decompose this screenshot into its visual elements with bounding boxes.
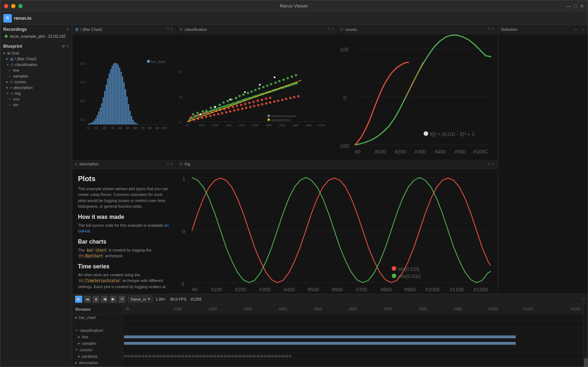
parabola-dot [185,355,187,357]
timeline-header: #0 #100 #200 #300 #400 #500 #600 #700 #8… [122,304,583,314]
back-button[interactable]: ◀ [101,296,108,303]
svg-text:#0: #0 [192,286,198,292]
dropdown-icon[interactable]: ▾ [148,297,150,301]
curves-help[interactable]: ? [488,27,490,32]
stream-classification[interactable]: ▼classification/ [72,327,122,334]
svg-point-80 [226,104,228,107]
streams-scrollbar[interactable] [583,304,588,367]
maximize-button[interactable] [18,4,23,8]
svg-rect-50 [133,119,134,124]
svg-point-115 [202,110,204,113]
logo-text: rerun.io [14,15,31,21]
description-expand[interactable]: ⤢ [170,162,173,166]
blueprint-refresh-icon[interactable]: ↺ [61,44,65,49]
app-body: Recordings + rerun_example_plot - 21:02:… [0,25,588,367]
recordings-actions[interactable]: + [66,27,69,32]
add-recording-icon[interactable]: + [66,27,69,32]
svg-point-164 [289,97,292,99]
parabola-dot [203,355,205,357]
close-button[interactable] [4,4,8,8]
bar-chart-expand[interactable]: ⤢ [170,27,173,32]
tree-item-grid[interactable]: ▶ ⊞ Grid [3,50,69,56]
svg-point-128 [254,89,257,91]
tl-label-300: #300 [230,307,265,311]
play-button[interactable]: ▶ [75,296,82,303]
stream-description[interactable]: ▶description [72,359,122,366]
curves-expand[interactable]: ⤢ [491,27,495,32]
recording-item[interactable]: rerun_example_plot - 21:02:18Z [3,33,69,39]
timeline-bar: ▶ ⏮ ⏸ ◀ ▶ ↺ frame_nr ▾ 1.00× 30.0 FPS #1… [72,294,588,304]
forward-button[interactable]: ▶ [110,296,117,303]
selection-back[interactable]: ← [574,27,578,32]
trig-help[interactable]: ? [488,162,490,166]
stream-parabola[interactable]: ▶parabola [72,353,122,359]
blueprint-actions[interactable]: ↺ + [61,44,69,49]
tree-item-trig[interactable]: ▼ ⊡ trig [3,90,69,96]
window-minimize-icon[interactable]: — [566,3,571,9]
parabola-dot [206,355,209,357]
svg-text:10: 10 [94,126,98,130]
desc-h2-1: How it was made [78,214,171,220]
classification-help[interactable]: ? [327,27,329,32]
svg-text:-100: -100 [339,143,349,149]
curves-panel: ⊡ curves ? ⤢ 100 0 -100 [337,25,497,159]
svg-rect-47 [128,104,129,124]
selection-fwd[interactable]: → [580,27,585,32]
description-content[interactable]: Plots This example shows various plot ty… [72,169,176,294]
desc-p2: The full source code for this example is… [78,222,171,234]
tree-item-samples[interactable]: • samples [3,73,69,79]
trig-panel: ⊡ trig ? ⤢ 1 0 -1 [177,160,497,294]
tree-arrow-bar-chart: ▶ [6,57,9,61]
github-link[interactable]: on GitHub [78,223,169,234]
trig-panel-icon: ⊡ [180,162,182,166]
svg-point-189 [214,106,216,108]
timeline-help[interactable]: ? [583,297,585,301]
svg-point-116 [205,110,208,112]
tree-item-classification[interactable]: ▼ ⊡ classification [3,62,69,67]
stream-trig[interactable]: ▼trig/ [72,366,122,367]
description-help[interactable]: ? [167,162,169,166]
loop-button[interactable]: ↺ [118,296,125,303]
tree-item-description[interactable]: ▶ ≡ description [3,85,69,90]
svg-text:#900: #900 [306,124,312,127]
pause-button[interactable]: ⏸ [92,296,99,303]
window-restore-icon[interactable]: □ [574,3,577,9]
classification-expand[interactable]: ⤢ [331,27,334,32]
track-samples [122,340,583,347]
svg-rect-51 [134,122,135,124]
svg-text:20: 20 [103,126,106,130]
tree-label-curves: curves [14,80,26,84]
bar-chart-header: ▥ / (Bar Chart) ? ⤢ [72,25,176,34]
svg-rect-28 [100,108,101,124]
svg-point-133 [274,81,277,84]
svg-text:#500: #500 [307,286,319,292]
tree-item-curves[interactable]: ▶ ⊡ curves [3,79,69,85]
window-close-icon[interactable]: ✕ [580,3,584,9]
classification-panel-icon: ⊡ [180,27,182,31]
svg-point-126 [247,92,249,94]
stream-bar-chart[interactable]: ▶bar_chart [72,314,122,321]
streams-scrollbar-thumb[interactable] [584,358,588,367]
tree-item-cos[interactable]: • cos [3,96,69,102]
bar-chart-help[interactable]: ? [167,27,169,32]
streams-area: Streams ▶bar_chart - ▼classification/ ▶l… [72,304,588,367]
tree-item-line[interactable]: • line [3,67,69,73]
svg-rect-22 [91,123,92,124]
blueprint-add-icon[interactable]: + [66,44,69,49]
stream-line[interactable]: ▶line [72,334,122,340]
tree-item-sin[interactable]: • sin [3,102,69,108]
tree-item-bar-chart[interactable]: ▶ ▥ / (Bar Chart) [3,56,69,62]
parabola-dot [124,355,126,357]
svg-rect-53 [137,124,138,124]
stream-curves[interactable]: ▼curves/ [72,347,122,353]
stream-arrow-description: ▶ [75,361,78,364]
frame-selector[interactable]: frame_nr ▾ [128,296,153,302]
stream-samples[interactable]: ▶samples [72,340,122,347]
minimize-button[interactable] [11,4,15,8]
svg-point-119 [218,104,221,106]
svg-rect-25 [95,118,96,124]
trig-expand[interactable]: ⤢ [491,162,495,166]
curves-actions: ? ⤢ [488,27,495,32]
tree-bullet-samples: • [9,74,10,78]
prev-frame-button[interactable]: ⏮ [84,296,91,303]
